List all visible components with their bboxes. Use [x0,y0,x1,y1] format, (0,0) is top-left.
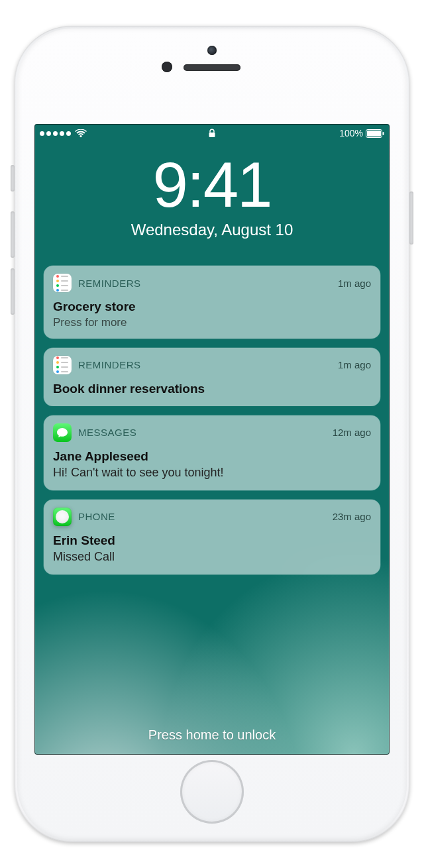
unlock-hint: Press home to unlock [34,728,390,743]
messages-icon [53,423,72,442]
reminders-icon [53,274,72,292]
notification-reminders-2[interactable]: REMINDERS 1m ago Book dinner reservation… [44,348,380,406]
clock-date: Wednesday, August 10 [34,221,390,239]
notification-title: Grocery store [53,299,371,315]
notification-time: 12m ago [333,427,371,438]
earpiece [184,64,240,71]
notification-body: Missed Call [53,549,371,565]
notification-app-name: REMINDERS [78,278,141,289]
clock-time: 9:41 [34,153,390,217]
reminders-icon [53,356,72,374]
status-bar: 100% [34,124,390,142]
wifi-icon [75,129,87,138]
lock-icon [209,129,216,138]
notification-reminders-1[interactable]: REMINDERS 1m ago Grocery store Press for… [44,266,380,339]
svg-rect-0 [209,133,215,137]
canvas: 100% 9:41 Wednesday, August 10 [0,0,424,868]
volume-down[interactable] [11,268,15,315]
clock: 9:41 Wednesday, August 10 [34,153,390,239]
notifications-list: REMINDERS 1m ago Grocery store Press for… [44,266,380,574]
phone-body: 100% 9:41 Wednesday, August 10 [15,26,409,842]
volume-up[interactable] [11,211,15,258]
svg-rect-3 [383,132,384,135]
notification-body: Hi! Can't wait to see you tonight! [53,465,371,480]
front-camera [207,46,217,55]
notification-title: Jane Appleseed [53,449,371,464]
power-button[interactable] [409,191,413,244]
notification-messages[interactable]: MESSAGES 12m ago Jane Appleseed Hi! Can'… [44,415,380,490]
notification-time: 23m ago [333,511,371,522]
lock-screen[interactable]: 100% 9:41 Wednesday, August 10 [34,124,390,755]
proximity-sensor [162,62,172,72]
notification-phone[interactable]: PHONE 23m ago Erin Steed Missed Call [44,500,380,574]
home-button[interactable] [180,760,244,824]
notification-app-name: REMINDERS [78,359,141,370]
mute-switch[interactable] [11,165,15,191]
signal-strength-icon [40,131,71,136]
battery-icon [366,129,384,138]
svg-rect-2 [367,131,381,136]
notification-hint: Press for more [53,316,371,329]
notification-title: Erin Steed [53,533,371,549]
battery-percent: 100% [339,128,363,138]
notification-time: 1m ago [338,359,371,370]
notification-time: 1m ago [338,278,371,289]
notification-app-name: MESSAGES [78,427,136,438]
phone-icon [53,508,72,526]
notification-title: Book dinner reservations [53,381,371,397]
notification-app-name: PHONE [78,511,115,522]
